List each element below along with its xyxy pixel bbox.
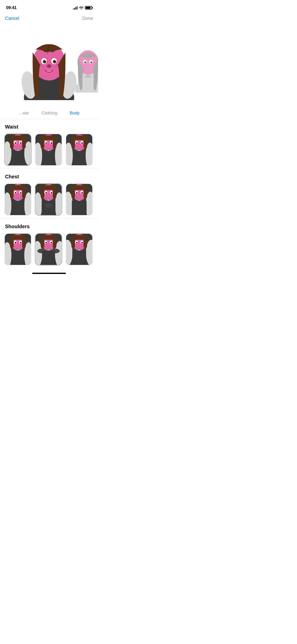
tab-bar: …ear Clothing Body [0, 108, 98, 119]
waist-title: Waist [0, 124, 98, 130]
svg-rect-142 [41, 236, 44, 248]
svg-rect-55 [41, 137, 44, 148]
signal-icon [73, 6, 77, 10]
status-time: 09:41 [6, 5, 17, 10]
svg-rect-143 [53, 236, 56, 248]
tab-clothing[interactable]: Clothing [41, 111, 57, 116]
svg-rect-87 [11, 201, 24, 215]
nav-bar: Cancel Done [0, 12, 98, 25]
done-button: Done [82, 16, 93, 21]
svg-point-134 [20, 242, 22, 244]
svg-point-91 [20, 192, 22, 194]
shoulders-option-1[interactable] [4, 233, 32, 266]
shoulders-option-3[interactable] [65, 233, 93, 266]
wifi-icon [79, 6, 83, 10]
home-bar [32, 273, 66, 274]
svg-rect-101 [42, 201, 56, 215]
svg-point-35 [90, 61, 92, 63]
svg-point-149 [46, 242, 47, 244]
home-indicator [0, 271, 98, 276]
side-avatar [75, 47, 98, 93]
svg-rect-126 [10, 236, 14, 248]
waist-options [0, 133, 98, 166]
svg-rect-146 [42, 251, 55, 265]
status-icons [73, 6, 92, 10]
svg-point-49 [20, 142, 22, 144]
cancel-button[interactable]: Cancel [5, 16, 19, 21]
svg-rect-41 [10, 137, 14, 148]
svg-rect-69 [71, 137, 75, 148]
svg-point-150 [51, 242, 52, 244]
svg-point-76 [76, 142, 78, 144]
svg-rect-130 [12, 251, 24, 265]
avatar-preview [0, 25, 98, 100]
svg-point-63 [51, 142, 52, 144]
side-avatar-svg [75, 47, 98, 93]
svg-point-25 [55, 66, 56, 67]
shoulders-title: Shoulders [0, 224, 98, 229]
svg-point-106 [51, 192, 52, 194]
svg-point-22 [42, 66, 43, 67]
svg-point-34 [84, 61, 86, 63]
svg-point-77 [81, 142, 83, 144]
svg-point-120 [81, 192, 83, 194]
waist-option-2[interactable] [35, 133, 62, 166]
svg-rect-116 [72, 201, 87, 215]
svg-point-24 [57, 64, 58, 66]
svg-rect-70 [83, 137, 87, 148]
svg-point-48 [15, 142, 16, 144]
waist-option-1[interactable] [4, 133, 32, 166]
svg-rect-112 [71, 186, 75, 198]
svg-rect-113 [83, 186, 87, 198]
svg-rect-157 [83, 236, 87, 248]
main-avatar [20, 30, 78, 100]
svg-point-90 [15, 192, 16, 194]
svg-point-19 [47, 66, 49, 68]
svg-rect-73 [73, 151, 85, 165]
battery-icon [85, 6, 92, 10]
svg-point-133 [15, 242, 16, 244]
chest-option-1[interactable] [4, 183, 32, 216]
shoulders-option-2[interactable] [35, 233, 62, 266]
svg-rect-59 [43, 151, 54, 165]
main-avatar-svg [20, 30, 78, 100]
svg-point-62 [46, 142, 47, 144]
svg-point-119 [76, 192, 78, 194]
svg-point-26 [58, 66, 59, 67]
svg-rect-127 [22, 236, 26, 248]
svg-rect-97 [41, 186, 44, 198]
svg-rect-45 [12, 151, 24, 165]
chest-option-3[interactable] [65, 183, 93, 216]
svg-point-20 [50, 66, 52, 68]
svg-rect-84 [22, 186, 26, 198]
status-bar: 09:41 [0, 0, 98, 12]
chest-section: Chest [0, 169, 98, 219]
svg-rect-98 [53, 186, 56, 198]
tab-headwear[interactable]: …ear [19, 111, 29, 116]
tab-body[interactable]: Body [70, 111, 80, 116]
svg-rect-160 [72, 251, 86, 265]
chest-option-2[interactable] [35, 183, 62, 216]
waist-section: Waist [0, 119, 98, 169]
shoulders-section: Shoulders [0, 219, 98, 271]
waist-option-3[interactable] [65, 133, 93, 166]
svg-point-163 [76, 242, 78, 244]
svg-point-23 [39, 66, 40, 67]
svg-point-164 [81, 242, 83, 244]
chest-title: Chest [0, 174, 98, 180]
svg-rect-56 [53, 137, 56, 148]
svg-point-21 [40, 64, 42, 66]
svg-point-102 [45, 203, 52, 208]
svg-point-105 [46, 192, 47, 194]
svg-point-16 [45, 60, 46, 61]
svg-rect-156 [71, 236, 75, 248]
svg-point-17 [55, 60, 56, 61]
svg-rect-42 [22, 137, 26, 148]
svg-rect-83 [10, 186, 14, 198]
shoulders-options [0, 233, 98, 266]
chest-options [0, 183, 98, 216]
